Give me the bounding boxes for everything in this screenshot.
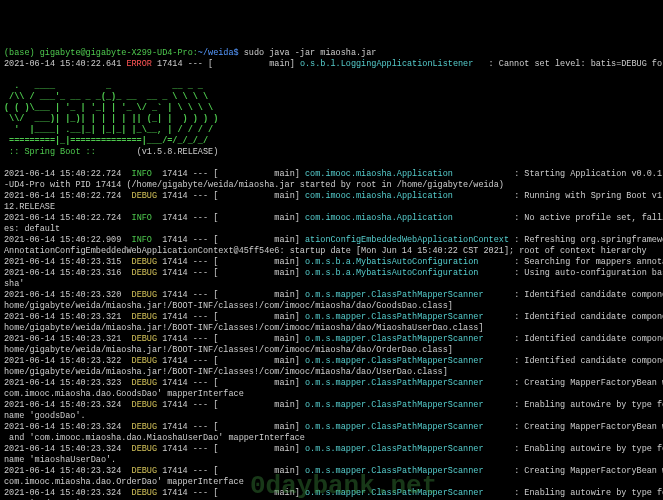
log-line: 2021-06-14 15:40:23.324 DEBUG 17414 --- …	[4, 466, 659, 477]
log-line: 2021-06-14 15:40:23.321 DEBUG 17414 --- …	[4, 334, 659, 345]
log-line: 2021-06-14 15:40:23.324 DEBUG 17414 --- …	[4, 422, 659, 433]
log-line: 2021-06-14 15:40:23.320 DEBUG 17414 --- …	[4, 290, 659, 301]
log-continuation: 12.RELEASE	[4, 202, 659, 213]
terminal-output: (base) gigabyte@gigabyte-X299-UD4-Pro:~/…	[4, 48, 659, 500]
log-continuation: name 'goodsDao'.	[4, 411, 659, 422]
log-continuation: home/gigabyte/weida/miaosha.jar!/BOOT-IN…	[4, 323, 659, 334]
log-line: 2021-06-14 15:40:23.316 DEBUG 17414 --- …	[4, 268, 659, 279]
log-line: 2021-06-14 15:40:23.321 DEBUG 17414 --- …	[4, 312, 659, 323]
log-line: 2021-06-14 15:40:23.322 DEBUG 17414 --- …	[4, 356, 659, 367]
log-line: 2021-06-14 15:40:22.724 INFO 17414 --- […	[4, 169, 659, 180]
banner-footer: :: Spring Boot :: (v1.5.8.RELEASE)	[4, 147, 659, 158]
log-line: 2021-06-14 15:40:23.324 DEBUG 17414 --- …	[4, 444, 659, 455]
log-line: 2021-06-14 15:40:23.315 DEBUG 17414 --- …	[4, 257, 659, 268]
log-continuation: and 'com.imooc.miaosha.dao.MiaoshaUserDa…	[4, 433, 659, 444]
log-continuation: name 'miaoshaUserDao'.	[4, 455, 659, 466]
log-continuation: com.imooc.miaosha.dao.GoodsDao' mapperIn…	[4, 389, 659, 400]
log-line: 2021-06-14 15:40:22.909 INFO 17414 --- […	[4, 235, 659, 246]
log-line: 2021-06-14 15:40:22.724 INFO 17414 --- […	[4, 213, 659, 224]
log-continuation: sha'	[4, 279, 659, 290]
log-continuation: home/gigabyte/weida/miaosha.jar!/BOOT-IN…	[4, 345, 659, 356]
log-continuation: -UD4-Pro with PID 17414 (/home/gigabyte/…	[4, 180, 659, 191]
log-line: 2021-06-14 15:40:23.323 DEBUG 17414 --- …	[4, 378, 659, 389]
log-line: 2021-06-14 15:40:22.724 DEBUG 17414 --- …	[4, 191, 659, 202]
log-line: 2021-06-14 15:40:22.641 ERROR 17414 --- …	[4, 59, 659, 70]
log-line: 2021-06-14 15:40:23.324 DEBUG 17414 --- …	[4, 488, 659, 499]
log-continuation: home/gigabyte/weida/miaosha.jar!/BOOT-IN…	[4, 367, 659, 378]
log-continuation: com.imooc.miaosha.dao.OrderDao' mapperIn…	[4, 477, 659, 488]
log-continuation: es: default	[4, 224, 659, 235]
spring-banner: . ____ _ __ _ _ /\\ / ___'_ __ _ _(_)_ _…	[4, 81, 218, 146]
log-continuation: AnnotationConfigEmbeddedWebApplicationCo…	[4, 246, 659, 257]
log-continuation: home/gigabyte/weida/miaosha.jar!/BOOT-IN…	[4, 301, 659, 312]
shell-prompt[interactable]: (base) gigabyte@gigabyte-X299-UD4-Pro:~/…	[4, 48, 659, 59]
log-line: 2021-06-14 15:40:23.324 DEBUG 17414 --- …	[4, 400, 659, 411]
